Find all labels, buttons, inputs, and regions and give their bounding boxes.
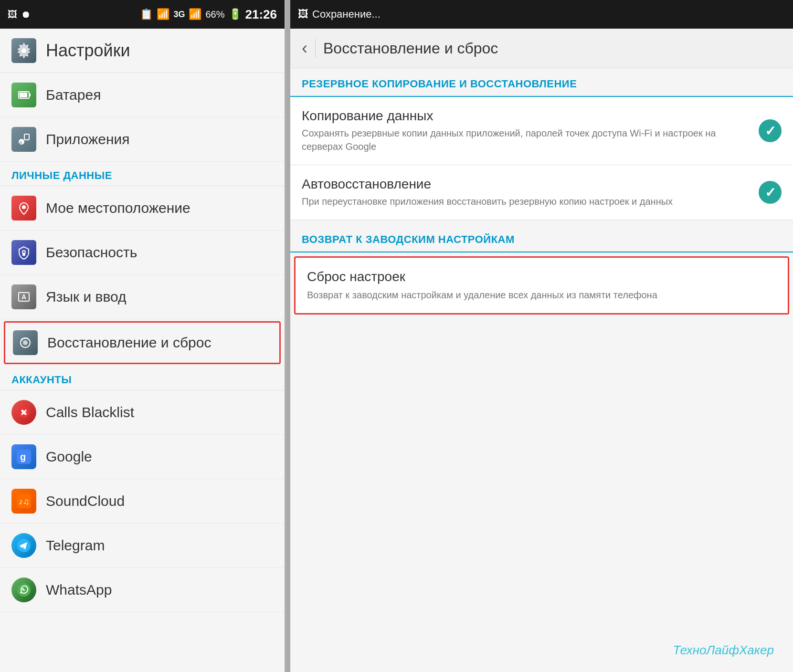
telegram-label: Telegram <box>46 537 105 554</box>
svg-rect-5 <box>24 134 29 140</box>
left-panel: 🖼 ⏺ 📋 📶 3G 📶 66% 🔋 21:26 Настройки <box>0 0 286 672</box>
svg-rect-3 <box>20 93 27 97</box>
autorestore-text: Автовосстановление При переустановке при… <box>302 177 751 208</box>
header-divider <box>315 39 316 58</box>
right-title: Восстановление и сброс <box>323 40 498 57</box>
menu-item-battery[interactable]: Батарея <box>0 73 285 117</box>
svg-text:A: A <box>19 140 22 145</box>
telegram-icon <box>11 533 36 558</box>
clock: 21:26 <box>245 7 277 22</box>
security-label: Безопасность <box>46 244 137 261</box>
backup-data-title: Копирование данных <box>302 108 751 124</box>
setting-backup-data[interactable]: Копирование данных Сохранять резервные к… <box>290 97 793 165</box>
section-personal: ЛИЧНЫЕ ДАННЫЕ <box>0 162 285 186</box>
soundcloud-label: SoundCloud <box>46 493 125 509</box>
calls-blacklist-label: Calls Blacklist <box>46 404 134 420</box>
menu-item-telegram[interactable]: Telegram <box>0 524 285 568</box>
battery-icon: 🔋 <box>229 8 242 21</box>
menu-item-whatsapp[interactable]: WhatsApp <box>0 568 285 612</box>
right-panel: 🖼 Сохранение... ‹ Восстановление и сброс… <box>290 0 793 672</box>
menu-item-location[interactable]: Мое местоположение <box>0 186 285 231</box>
svg-text:g: g <box>20 452 26 462</box>
google-label: Google <box>46 449 92 465</box>
factory-reset-desc: Возврат к заводским настройкам и удалени… <box>307 288 776 302</box>
svg-rect-9 <box>22 253 25 256</box>
location-menu-icon <box>11 196 36 220</box>
menu-list: Батарея A Приложения ЛИЧНЫЕ ДАННЫЕ <box>0 73 285 672</box>
panel-divider <box>286 0 290 672</box>
google-icon: g <box>11 444 36 469</box>
network-3g-icon: 3G <box>173 10 185 20</box>
back-button[interactable]: ‹ <box>302 38 307 58</box>
photo-icon-right: 🖼 <box>298 8 308 21</box>
restore-label: Восстановление и сброс <box>47 335 211 351</box>
app-header: Настройки <box>0 29 285 73</box>
saving-status: Сохранение... <box>312 8 381 21</box>
settings-icon <box>11 38 36 63</box>
section-factory-header: ВОЗВРАТ К ЗАВОДСКИМ НАСТРОЙКАМ <box>290 224 793 252</box>
battery-percent: 66% <box>205 9 224 20</box>
autorestore-check[interactable] <box>759 181 782 204</box>
photo-icon: 🖼 <box>8 9 17 20</box>
app-title: Настройки <box>46 41 130 61</box>
restore-menu-icon <box>13 330 38 355</box>
factory-reset-title: Сброс настроек <box>307 269 776 284</box>
menu-item-soundcloud[interactable]: ♪♫ SoundCloud <box>0 479 285 524</box>
battery-menu-icon <box>11 83 36 107</box>
svg-point-13 <box>23 340 28 345</box>
menu-item-calls-blacklist[interactable]: Calls Blacklist <box>0 390 285 435</box>
language-label: Язык и ввод <box>46 289 127 305</box>
sim-icon: 📋 <box>140 8 153 21</box>
section-backup-header: РЕЗЕРВНОЕ КОПИРОВАНИЕ И ВОССТАНОВЛЕНИЕ <box>290 68 793 97</box>
signal-icon: 📶 <box>189 8 201 21</box>
menu-item-restore[interactable]: Восстановление и сброс <box>4 321 281 364</box>
right-header: ‹ Восстановление и сброс <box>290 29 793 68</box>
backup-data-desc: Сохранять резервные копии данных приложе… <box>302 126 751 153</box>
wifi-icon: 📶 <box>157 8 169 21</box>
autorestore-desc: При переустановке приложения восстановит… <box>302 195 751 208</box>
setting-autorestore[interactable]: Автовосстановление При переустановке при… <box>290 165 793 220</box>
whatsapp-icon <box>11 578 36 602</box>
autorestore-title: Автовосстановление <box>302 177 751 192</box>
status-bar-right: 🖼 Сохранение... <box>290 0 793 29</box>
svg-text:♪♫: ♪♫ <box>19 497 30 506</box>
language-menu-icon: A <box>11 284 36 309</box>
svg-point-8 <box>22 251 25 253</box>
svg-text:A: A <box>21 293 26 301</box>
backup-data-check[interactable] <box>759 119 782 142</box>
menu-item-apps[interactable]: A Приложения <box>0 117 285 162</box>
section-accounts: АККАУНТЫ <box>0 366 285 390</box>
record-icon: ⏺ <box>21 9 31 20</box>
security-menu-icon <box>11 240 36 265</box>
menu-item-security[interactable]: Безопасность <box>0 231 285 275</box>
svg-rect-2 <box>29 94 31 96</box>
status-icons-left: 🖼 ⏺ <box>8 9 31 20</box>
factory-reset-item[interactable]: Сброс настроек Возврат к заводским настр… <box>294 256 789 315</box>
watermark: ТехноЛайфХакер <box>673 643 774 658</box>
backup-data-text: Копирование данных Сохранять резервные к… <box>302 108 751 153</box>
menu-item-language[interactable]: A Язык и ввод <box>0 275 285 319</box>
apps-label: Приложения <box>46 131 130 147</box>
calls-blacklist-icon <box>11 400 36 425</box>
battery-label: Батарея <box>46 87 101 103</box>
status-bar-left: 🖼 ⏺ 📋 📶 3G 📶 66% 🔋 21:26 <box>0 0 285 29</box>
svg-point-7 <box>22 205 26 209</box>
location-label: Мое местоположение <box>46 200 190 216</box>
apps-menu-icon: A <box>11 127 36 152</box>
soundcloud-icon: ♪♫ <box>11 489 36 514</box>
whatsapp-label: WhatsApp <box>46 582 112 598</box>
status-icons-right: 📋 📶 3G 📶 66% 🔋 21:26 <box>140 7 277 22</box>
menu-item-google[interactable]: g Google <box>0 435 285 479</box>
right-content: РЕЗЕРВНОЕ КОПИРОВАНИЕ И ВОССТАНОВЛЕНИЕ К… <box>290 68 793 672</box>
